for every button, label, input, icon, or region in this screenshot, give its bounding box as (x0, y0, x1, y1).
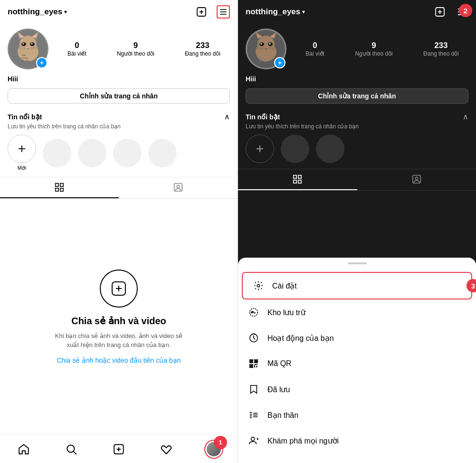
left-highlight-2[interactable] (78, 139, 106, 167)
left-highlight-circle-4[interactable] (148, 139, 177, 167)
left-stat-posts-label: Bài viết (67, 50, 86, 57)
menu-item-close-friends[interactable]: Bạn thân (238, 402, 476, 428)
left-tab-tagged[interactable] (119, 177, 238, 198)
left-edit-button[interactable]: Chỉnh sửa trang cá nhân (8, 88, 230, 104)
menu-item-saved[interactable]: Đã lưu (238, 376, 476, 402)
menu-item-archive[interactable]: Kho lưu trữ (238, 299, 476, 325)
menu-item-activity[interactable]: Hoạt động của bạn (238, 325, 476, 351)
right-stat-followers-label: Người theo dõi (355, 50, 392, 57)
left-menu-button[interactable] (217, 5, 230, 19)
left-highlight-4[interactable] (148, 139, 177, 167)
left-highlight-add[interactable]: Mới (8, 135, 36, 171)
right-highlight-add-circle[interactable] (246, 135, 274, 163)
left-nav-add[interactable] (109, 440, 128, 459)
right-add-button[interactable] (433, 5, 447, 19)
left-avatar-plus[interactable]: + (36, 57, 48, 68)
svg-rect-71 (298, 180, 301, 183)
right-highlights-section: Tin nổi bật ∧ Lưu tin yêu thích trên tra… (238, 108, 476, 169)
menu-item-qr[interactable]: Mã QR (238, 351, 476, 376)
left-nav-search[interactable] (62, 440, 81, 459)
left-stat-following-label: Đang theo dõi (185, 50, 220, 57)
left-highlight-add-circle[interactable] (8, 135, 36, 163)
svg-rect-69 (298, 175, 301, 178)
svg-point-16 (31, 43, 33, 45)
right-profile-section: "dau o trong tim nay" + 0 Bài viết 9 Ngư… (238, 24, 476, 108)
right-highlight-circle-1[interactable] (281, 135, 309, 163)
right-header-left: notthing_eyes ▾ (246, 7, 305, 17)
left-nav-home[interactable] (14, 440, 33, 459)
left-nav-heart[interactable] (157, 440, 176, 459)
right-highlight-circle-2[interactable] (316, 135, 344, 163)
discover-people-icon (248, 434, 260, 447)
left-tab-grid[interactable] (0, 177, 119, 198)
left-highlight-circle-1[interactable] (43, 139, 71, 167)
right-highlights-sub: Lưu tin yêu thích trên trang cá nhân của… (246, 123, 468, 130)
left-tabs-row (0, 177, 238, 199)
left-highlights-circles: Mới (8, 135, 230, 171)
right-highlight-1[interactable] (281, 135, 309, 163)
right-stats-row: 0 Bài viết 9 Người theo dõi 233 Đang the… (296, 41, 468, 57)
svg-rect-83 (251, 366, 252, 367)
right-highlight-2[interactable] (316, 135, 344, 163)
right-profile-top: "dau o trong tim nay" + 0 Bài viết 9 Ngư… (246, 29, 468, 69)
menu-item-discover[interactable]: Khám phá mọi người (238, 428, 476, 453)
right-header: notthing_eyes ▾ (238, 0, 476, 24)
step1-badge: 1 (214, 436, 227, 449)
svg-point-36 (67, 445, 74, 452)
menu-item-settings[interactable]: Cài đặt (242, 272, 472, 299)
menu-item-close-friends-label: Bạn thân (267, 411, 298, 420)
left-profile-section: "dau o trong tim nay" + 0 Bài viết 9 Ngư… (0, 24, 238, 108)
left-nav-profile[interactable]: 1 (204, 440, 223, 459)
left-stat-posts-num: 0 (75, 41, 79, 50)
activity-icon (248, 332, 260, 344)
menu-item-settings-label: Cài đặt (272, 281, 297, 290)
svg-rect-70 (294, 180, 296, 183)
left-highlights-chevron[interactable]: ∧ (224, 112, 230, 121)
right-tab-grid[interactable] (238, 169, 357, 190)
svg-rect-30 (60, 188, 63, 191)
left-highlight-add-label: Mới (18, 165, 27, 171)
close-friends-icon (248, 409, 260, 421)
right-highlights-circles (246, 135, 468, 163)
svg-point-58 (265, 47, 267, 48)
left-profile-name: Hiii (8, 75, 230, 83)
left-stat-following-num: 233 (196, 41, 209, 50)
left-highlight-3[interactable] (113, 139, 142, 167)
right-stat-following: 233 Đang theo dõi (423, 41, 459, 57)
right-avatar-plus[interactable]: + (274, 57, 286, 68)
left-highlight-circle-3[interactable] (113, 139, 142, 167)
left-username: notthing_eyes (8, 7, 62, 17)
left-header-icons (195, 5, 230, 19)
right-chevron-icon[interactable]: ▾ (302, 9, 305, 15)
left-highlight-1[interactable] (43, 139, 71, 167)
left-stat-followers-label: Người theo dõi (117, 50, 154, 57)
left-header-left: notthing_eyes ▾ (8, 7, 67, 17)
right-highlight-add[interactable] (246, 135, 274, 163)
svg-rect-28 (60, 183, 63, 186)
left-content-area: Chia sẻ ảnh và video Khi bạn chia sẻ ảnh… (0, 199, 238, 434)
qr-icon (248, 357, 260, 370)
right-highlights-chevron[interactable]: ∧ (463, 112, 468, 121)
right-edit-button[interactable]: Chỉnh sửa trang cá nhân (246, 88, 468, 104)
left-bottom-nav: 1 (0, 434, 238, 463)
left-share-link[interactable]: Chia sẻ ảnh hoặc video đầu tiên của bạn (57, 357, 181, 364)
svg-point-95 (251, 437, 255, 441)
left-chevron-icon[interactable]: ▾ (64, 9, 67, 15)
svg-text:tim nay": tim nay" (21, 59, 30, 62)
left-add-button[interactable] (195, 5, 208, 19)
left-highlight-circle-2[interactable] (78, 139, 106, 167)
right-panel: notthing_eyes ▾ (238, 0, 476, 463)
right-username: notthing_eyes (246, 7, 300, 17)
settings-icon (252, 280, 265, 292)
svg-point-32 (177, 185, 180, 188)
right-stat-following-num: 233 (434, 41, 447, 50)
right-tab-tagged[interactable] (357, 169, 476, 190)
svg-point-57 (269, 43, 271, 45)
menu-item-saved-label: Đã lưu (267, 385, 290, 394)
archive-icon (248, 306, 260, 318)
left-stat-following: 233 Đang theo dõi (185, 41, 220, 57)
svg-rect-82 (256, 361, 257, 362)
svg-text:tim nay": tim nay" (259, 59, 268, 62)
sheet-handle (348, 262, 367, 264)
svg-point-73 (415, 177, 418, 180)
